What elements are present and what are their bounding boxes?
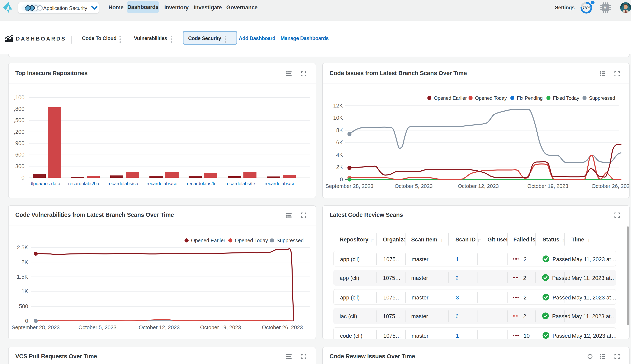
svg-text:78%: 78% xyxy=(582,6,590,10)
svg-text:2K: 2K xyxy=(336,164,343,170)
svg-text:2.5K: 2.5K xyxy=(17,244,28,250)
svg-text:1.5K: 1.5K xyxy=(17,274,28,280)
svg-text:AI: AI xyxy=(603,6,607,10)
svg-text:October 5, 2023: October 5, 2023 xyxy=(395,183,433,189)
svg-text:900: 900 xyxy=(15,140,25,146)
svg-text:recardolabs/ba...: recardolabs/ba... xyxy=(68,181,103,186)
svg-text:Opened Today: Opened Today xyxy=(475,95,507,101)
svg-text:Opened Earlier: Opened Earlier xyxy=(191,238,225,243)
svg-text:Fixed Today: Fixed Today xyxy=(553,95,579,101)
svg-text:8K: 8K xyxy=(336,127,343,133)
svg-text:0: 0 xyxy=(22,175,25,181)
svg-text:500: 500 xyxy=(19,303,28,310)
svg-text:October 26, 2023: October 26, 2023 xyxy=(592,183,629,189)
svg-text:0: 0 xyxy=(340,176,343,182)
svg-text:,500: ,500 xyxy=(14,117,25,123)
svg-text:recardolabs/ci...: recardolabs/ci... xyxy=(265,181,298,186)
svg-text:600: 600 xyxy=(15,152,25,158)
svg-text:2K: 2K xyxy=(22,259,28,265)
svg-text:,800: ,800 xyxy=(14,106,25,112)
svg-text:Suppressed: Suppressed xyxy=(589,95,615,101)
svg-text:Fix Pending: Fix Pending xyxy=(517,95,543,101)
svg-text:October 12, 2023: October 12, 2023 xyxy=(139,324,180,330)
svg-text:October 19, 2023: October 19, 2023 xyxy=(527,183,568,189)
svg-text:September 28, 2023: September 28, 2023 xyxy=(12,324,60,330)
svg-text:dlpqa/pcs-data...: dlpqa/pcs-data... xyxy=(30,181,64,186)
svg-text:recardolabs/su...: recardolabs/su... xyxy=(107,181,142,186)
svg-text:October 12, 2023: October 12, 2023 xyxy=(458,183,499,189)
svg-text:recardolabs/fr...: recardolabs/fr... xyxy=(187,181,219,186)
svg-text:recardolabs/te...: recardolabs/te... xyxy=(226,181,259,186)
svg-text:October 26, 2023: October 26, 2023 xyxy=(262,324,303,330)
svg-text:recardolabs/co...: recardolabs/co... xyxy=(147,181,181,186)
svg-text:Opened Today: Opened Today xyxy=(235,238,268,243)
svg-text:Suppressed: Suppressed xyxy=(277,238,304,243)
svg-text:0: 0 xyxy=(25,318,28,324)
svg-text:Opened Earlier: Opened Earlier xyxy=(434,95,467,101)
svg-text:October 5, 2023: October 5, 2023 xyxy=(79,324,116,330)
svg-text:300: 300 xyxy=(15,163,25,170)
svg-text:,200: ,200 xyxy=(14,129,25,135)
svg-text:12K: 12K xyxy=(333,102,343,109)
svg-text:6K: 6K xyxy=(336,140,343,146)
svg-text:September 28, 2023: September 28, 2023 xyxy=(325,183,373,189)
svg-text:10K: 10K xyxy=(333,115,343,121)
svg-text:,100: ,100 xyxy=(14,94,25,100)
svg-text:4K: 4K xyxy=(336,152,343,158)
svg-text:October 19, 2023: October 19, 2023 xyxy=(200,324,241,330)
svg-text:1K: 1K xyxy=(22,288,28,294)
